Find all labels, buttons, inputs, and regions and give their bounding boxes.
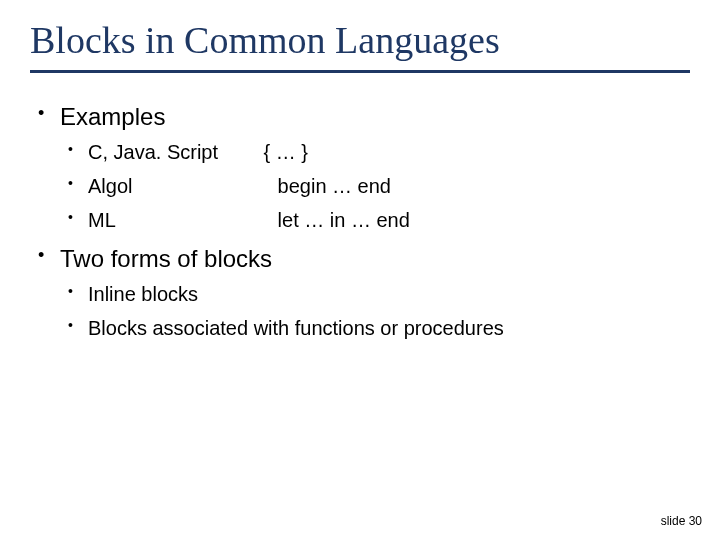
bullet-forms-label: Two forms of blocks bbox=[60, 245, 272, 272]
forms-item: Inline blocks bbox=[60, 279, 720, 309]
example-item: C, Java. Script { … } bbox=[60, 137, 720, 167]
forms-item: Blocks associated with functions or proc… bbox=[60, 313, 720, 343]
example-lang: ML bbox=[88, 205, 258, 235]
example-syntax: { … } bbox=[264, 137, 308, 167]
forms-item-text: Inline blocks bbox=[88, 283, 198, 305]
slide-number: slide 30 bbox=[661, 514, 702, 528]
example-lang: C, Java. Script bbox=[88, 137, 258, 167]
forms-item-text: Blocks associated with functions or proc… bbox=[88, 317, 504, 339]
example-syntax: let … in … end bbox=[264, 205, 410, 235]
forms-sublist: Inline blocks Blocks associated with fun… bbox=[60, 279, 720, 343]
bullet-forms: Two forms of blocks Inline blocks Blocks… bbox=[30, 245, 720, 343]
example-syntax: begin … end bbox=[264, 171, 391, 201]
slide-title: Blocks in Common Languages bbox=[0, 0, 720, 62]
bullet-list: Examples C, Java. Script { … } Algol beg… bbox=[30, 103, 720, 343]
slide-content: Examples C, Java. Script { … } Algol beg… bbox=[0, 73, 720, 343]
example-lang: Algol bbox=[88, 171, 258, 201]
slide: Blocks in Common Languages Examples C, J… bbox=[0, 0, 720, 540]
example-item: ML let … in … end bbox=[60, 205, 720, 235]
bullet-examples: Examples C, Java. Script { … } Algol beg… bbox=[30, 103, 720, 235]
examples-sublist: C, Java. Script { … } Algol begin … end … bbox=[60, 137, 720, 235]
bullet-examples-label: Examples bbox=[60, 103, 165, 130]
example-item: Algol begin … end bbox=[60, 171, 720, 201]
